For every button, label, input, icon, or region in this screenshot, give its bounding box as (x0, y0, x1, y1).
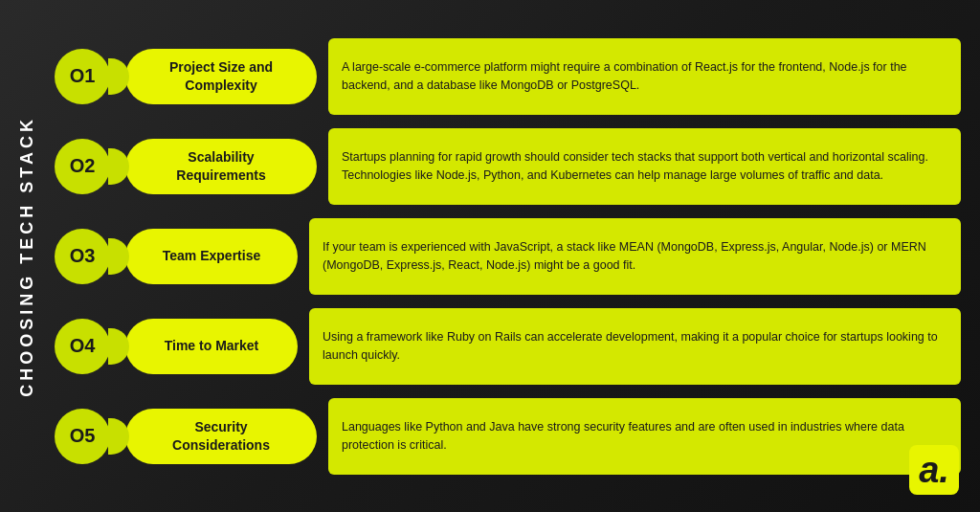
pill-connector-5 (108, 418, 129, 455)
number-badge-4: O4 (55, 319, 110, 374)
number-badge-3: O3 (55, 229, 110, 284)
desc-box-4: Using a framework like Ruby on Rails can… (309, 308, 961, 385)
desc-box-2: Startups planning for rapid growth shoul… (328, 128, 961, 205)
vertical-title: CHOOSING TECH STACK (0, 116, 55, 397)
pill-connector-3 (108, 238, 129, 275)
desc-box-1: A large-scale e-commerce platform might … (328, 38, 961, 115)
number-badge-2: O2 (55, 139, 110, 194)
number-badge-1: O1 (55, 49, 110, 104)
row-2: O2Scalability RequirementsStartups plann… (55, 124, 961, 209)
pill-connector-2 (108, 148, 129, 185)
pill-connector-4 (108, 328, 129, 365)
content-area: O1Project Size and ComplexityA large-sca… (55, 21, 980, 492)
row-1: O1Project Size and ComplexityA large-sca… (55, 34, 961, 119)
desc-box-3: If your team is experienced with JavaScr… (309, 218, 961, 295)
main-container: CHOOSING TECH STACK O1Project Size and C… (0, 0, 980, 512)
label-box-2: Scalability Requirements (125, 139, 317, 194)
row-3: O3Team ExpertiseIf your team is experien… (55, 214, 961, 299)
label-box-3: Team Expertise (125, 229, 298, 284)
number-badge-5: O5 (55, 409, 110, 464)
label-box-5: Security Considerations (125, 409, 317, 464)
row-5: O5Security ConsiderationsLanguages like … (55, 394, 961, 479)
desc-box-5: Languages like Python and Java have stro… (328, 398, 961, 475)
row-4: O4Time to MarketUsing a framework like R… (55, 304, 961, 389)
label-box-1: Project Size and Complexity (125, 49, 317, 104)
logo-badge: a. (909, 445, 959, 495)
label-box-4: Time to Market (125, 319, 298, 374)
pill-connector-1 (108, 58, 129, 95)
